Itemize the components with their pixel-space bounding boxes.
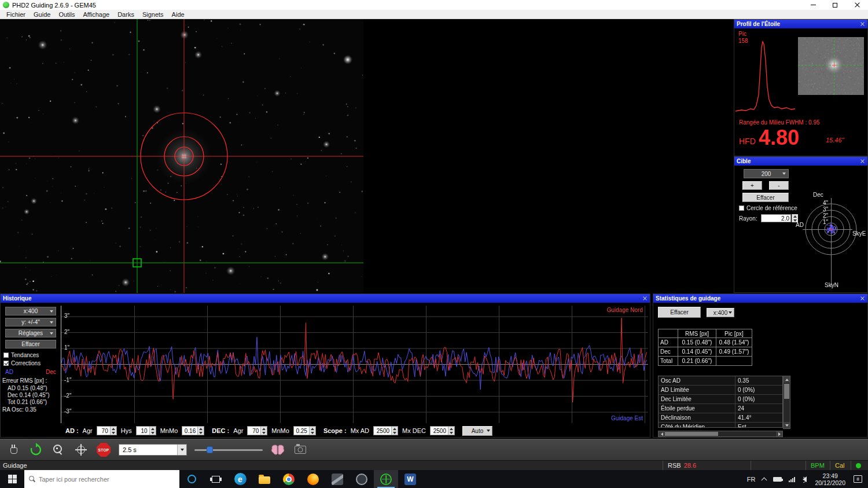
taskbar-app-edge[interactable]: e xyxy=(228,470,252,488)
star-profile-titlebar[interactable]: Profil de l'Étoile xyxy=(734,20,867,28)
taskbar-app-word[interactable]: W xyxy=(398,470,422,488)
cortana-button[interactable] xyxy=(179,470,204,488)
target-zoom-in-button[interactable]: + xyxy=(742,181,762,190)
target-zoom-select[interactable]: 200 xyxy=(744,169,789,178)
menu-bar: Fichier Guide Outils Affichage Darks Sig… xyxy=(0,10,868,19)
spinner-arrows[interactable] xyxy=(260,427,267,435)
ad-hysteresis-field[interactable]: 10 xyxy=(136,426,156,435)
target-zoom-out-button[interactable]: - xyxy=(769,181,789,190)
trend-checkbox[interactable] xyxy=(3,353,9,358)
corrections-checkbox[interactable] xyxy=(3,361,9,366)
star-profile-close-icon[interactable] xyxy=(859,21,866,27)
guide-crosshair-icon xyxy=(75,444,87,456)
radius-spinner[interactable] xyxy=(792,214,798,222)
start-button[interactable] xyxy=(0,470,24,488)
spinner-arrows[interactable] xyxy=(149,427,156,435)
taskbar-search[interactable] xyxy=(24,470,179,488)
stats-vertical-scrollbar[interactable] xyxy=(783,376,790,429)
scrollbar-thumb[interactable] xyxy=(665,432,718,436)
guiding-assistant-button[interactable] xyxy=(270,442,285,457)
starfield-canvas[interactable] xyxy=(0,19,363,293)
stretch-slider[interactable] xyxy=(194,444,263,456)
language-indicator[interactable]: FR xyxy=(744,470,759,488)
history-clear-button[interactable]: Effacer xyxy=(5,340,56,348)
menu-fichier[interactable]: Fichier xyxy=(2,11,30,18)
ref-circle-checkbox-row[interactable]: Cercle de référence xyxy=(739,205,797,211)
stats-clear-button[interactable]: Effacer xyxy=(658,307,701,318)
dec-aggression-field[interactable]: 70 xyxy=(247,426,267,435)
auto-select-star-button[interactable] xyxy=(51,442,66,457)
max-dec-duration-field[interactable]: 2500 xyxy=(430,426,455,435)
battery-indicator[interactable] xyxy=(770,470,785,488)
spinner-arrows[interactable] xyxy=(197,427,204,435)
radius-input[interactable] xyxy=(761,214,791,222)
max-ad-duration-field[interactable]: 2500 xyxy=(373,426,398,435)
scroll-down-icon[interactable] xyxy=(784,422,790,428)
taskbar-app-phd2[interactable] xyxy=(374,470,398,488)
taskbar-search-input[interactable] xyxy=(39,476,166,483)
minimize-button[interactable] xyxy=(802,0,824,10)
snr-value: 28.6 xyxy=(684,462,696,469)
ad-minmove-field[interactable]: 0.16 xyxy=(182,426,204,435)
file-explorer-icon xyxy=(259,476,270,484)
target-sky-east-label: SkyE xyxy=(852,230,866,237)
scrollbar-thumb[interactable] xyxy=(784,384,789,399)
volume-indicator[interactable] xyxy=(799,470,810,488)
history-titlebar[interactable]: Historique xyxy=(1,294,650,303)
taskbar-app-chrome[interactable] xyxy=(277,470,301,488)
spinner-arrows[interactable] xyxy=(110,427,116,435)
menu-darks[interactable]: Darks xyxy=(113,11,138,18)
history-yscale-select[interactable]: y: +/-4" xyxy=(5,318,56,326)
taskbar-app-firefox[interactable] xyxy=(301,470,325,488)
empty-segment xyxy=(751,461,806,470)
ref-circle-checkbox[interactable] xyxy=(739,206,744,211)
taskbar-clock[interactable]: 23:49 20/12/2020 xyxy=(810,472,850,486)
camera-settings-button[interactable] xyxy=(293,442,308,457)
taskbar-app-utility[interactable] xyxy=(350,470,374,488)
maximize-button[interactable] xyxy=(824,0,846,10)
menu-guide[interactable]: Guide xyxy=(30,11,54,18)
scroll-right-icon[interactable] xyxy=(776,431,782,436)
stats-xscale-select[interactable]: x:400 xyxy=(707,308,734,317)
stats-horizontal-scrollbar[interactable] xyxy=(658,431,783,437)
network-indicator[interactable] xyxy=(785,470,799,488)
ad-aggression-field[interactable]: 70 xyxy=(97,426,117,435)
start-guiding-button[interactable] xyxy=(73,442,89,457)
stats-titlebar[interactable]: Statistiques de guidage xyxy=(653,294,867,303)
stats-close-icon[interactable] xyxy=(859,295,866,302)
task-view-button[interactable] xyxy=(204,470,228,488)
ytick-2: 2" xyxy=(64,329,69,335)
spinner-arrows[interactable] xyxy=(391,427,398,435)
spinner-arrows[interactable] xyxy=(448,427,454,435)
menu-signets[interactable]: Signets xyxy=(138,11,168,18)
history-close-icon[interactable] xyxy=(641,295,648,302)
word-icon: W xyxy=(404,474,416,485)
taskbar-app-explorer[interactable] xyxy=(252,470,277,488)
scroll-left-icon[interactable] xyxy=(659,431,665,436)
close-button[interactable] xyxy=(846,0,868,10)
history-graph: 3" 2" 1" -1" -2" -3" Guidage Nord Guidag… xyxy=(61,306,648,423)
spinner-arrows[interactable] xyxy=(309,427,315,435)
dec-minmove-field[interactable]: 0.25 xyxy=(293,426,316,435)
slider-thumb[interactable] xyxy=(207,446,213,453)
history-xscale-select[interactable]: x:400 xyxy=(5,307,56,315)
menu-outils[interactable]: Outils xyxy=(54,11,79,18)
menu-affichage[interactable]: Affichage xyxy=(79,11,114,18)
history-settings-select[interactable]: Réglages xyxy=(5,329,56,337)
taskbar-app-photo[interactable] xyxy=(325,470,350,488)
stop-button[interactable]: STOP xyxy=(96,442,111,457)
action-center-button[interactable]: 8 xyxy=(850,470,866,488)
scroll-up-icon[interactable] xyxy=(784,376,790,383)
connect-equipment-button[interactable] xyxy=(6,442,21,457)
target-clear-button[interactable]: Effacer xyxy=(742,193,789,202)
menu-aide[interactable]: Aide xyxy=(168,11,189,18)
target-titlebar[interactable]: Cible xyxy=(734,157,867,166)
trend-checkbox-row[interactable]: Tendances xyxy=(3,352,39,358)
corrections-checkbox-row[interactable]: Corrections xyxy=(3,360,41,366)
search-icon xyxy=(29,476,35,482)
target-close-icon[interactable] xyxy=(859,158,866,164)
dec-mode-select[interactable]: Auto xyxy=(462,426,492,436)
tray-chevron-button[interactable] xyxy=(759,470,770,488)
exposure-select[interactable]: 2.5 s xyxy=(119,444,187,456)
loop-exposures-button[interactable] xyxy=(28,442,43,457)
